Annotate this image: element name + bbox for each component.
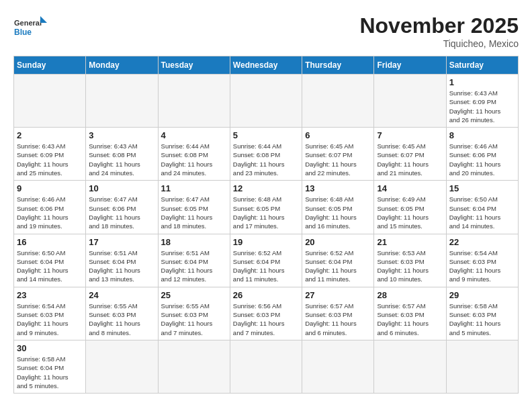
page-header: General Blue November 2025 Tiquicheo, Me…	[13, 13, 519, 49]
calendar-day-cell	[302, 75, 374, 128]
calendar-day-cell	[158, 75, 230, 128]
day-info: Sunrise: 6:48 AM Sunset: 6:05 PM Dayligh…	[233, 195, 299, 230]
day-number: 26	[233, 290, 299, 300]
weekday-header-row: SundayMondayTuesdayWednesdayThursdayFrid…	[14, 56, 519, 75]
weekday-header: Saturday	[446, 56, 518, 75]
day-number: 11	[161, 183, 227, 193]
calendar-day-cell: 26Sunrise: 6:56 AM Sunset: 6:03 PM Dayli…	[230, 287, 302, 340]
weekday-header: Wednesday	[230, 56, 302, 75]
day-number: 30	[17, 343, 83, 353]
day-number: 20	[305, 237, 371, 247]
calendar-day-cell: 24Sunrise: 6:55 AM Sunset: 6:03 PM Dayli…	[86, 287, 158, 340]
calendar-day-cell: 1Sunrise: 6:43 AM Sunset: 6:09 PM Daylig…	[446, 75, 518, 128]
day-info: Sunrise: 6:52 AM Sunset: 6:04 PM Dayligh…	[305, 248, 371, 284]
day-number: 18	[161, 237, 227, 247]
calendar-day-cell: 9Sunrise: 6:46 AM Sunset: 6:06 PM Daylig…	[14, 181, 86, 234]
calendar-day-cell: 18Sunrise: 6:51 AM Sunset: 6:04 PM Dayli…	[158, 234, 230, 287]
calendar-day-cell: 29Sunrise: 6:58 AM Sunset: 6:03 PM Dayli…	[446, 287, 518, 340]
calendar-day-cell: 3Sunrise: 6:43 AM Sunset: 6:08 PM Daylig…	[86, 128, 158, 181]
day-number: 8	[449, 130, 515, 140]
weekday-header: Monday	[86, 56, 158, 75]
calendar-day-cell: 30Sunrise: 6:58 AM Sunset: 6:04 PM Dayli…	[14, 340, 86, 393]
day-number: 13	[305, 183, 371, 193]
calendar-day-cell	[230, 340, 302, 393]
day-number: 19	[233, 237, 299, 247]
day-info: Sunrise: 6:44 AM Sunset: 6:08 PM Dayligh…	[233, 142, 299, 177]
day-number: 28	[377, 290, 443, 300]
day-info: Sunrise: 6:55 AM Sunset: 6:03 PM Dayligh…	[89, 302, 154, 337]
location-subtitle: Tiquicheo, Mexico	[359, 38, 519, 49]
calendar-day-cell	[14, 75, 86, 128]
day-number: 16	[17, 237, 83, 247]
calendar-day-cell	[86, 340, 158, 393]
calendar-day-cell	[86, 75, 158, 128]
title-block: November 2025 Tiquicheo, Mexico	[359, 13, 519, 49]
weekday-header: Friday	[374, 56, 446, 75]
day-info: Sunrise: 6:56 AM Sunset: 6:03 PM Dayligh…	[233, 302, 299, 337]
day-info: Sunrise: 6:43 AM Sunset: 6:08 PM Dayligh…	[89, 142, 154, 177]
day-info: Sunrise: 6:57 AM Sunset: 6:03 PM Dayligh…	[305, 302, 371, 337]
day-info: Sunrise: 6:46 AM Sunset: 6:06 PM Dayligh…	[449, 142, 515, 177]
calendar-day-cell: 17Sunrise: 6:51 AM Sunset: 6:04 PM Dayli…	[86, 234, 158, 287]
day-info: Sunrise: 6:47 AM Sunset: 6:05 PM Dayligh…	[161, 195, 227, 230]
calendar-day-cell: 7Sunrise: 6:45 AM Sunset: 6:07 PM Daylig…	[374, 128, 446, 181]
calendar-day-cell	[302, 340, 374, 393]
day-number: 17	[89, 237, 154, 247]
calendar-day-cell: 25Sunrise: 6:55 AM Sunset: 6:03 PM Dayli…	[158, 287, 230, 340]
day-number: 23	[17, 290, 83, 300]
day-info: Sunrise: 6:50 AM Sunset: 6:04 PM Dayligh…	[17, 248, 83, 284]
calendar-day-cell: 4Sunrise: 6:44 AM Sunset: 6:08 PM Daylig…	[158, 128, 230, 181]
weekday-header: Sunday	[14, 56, 86, 75]
svg-text:Blue: Blue	[14, 28, 32, 37]
calendar-day-cell	[158, 340, 230, 393]
weekday-header: Thursday	[302, 56, 374, 75]
day-info: Sunrise: 6:47 AM Sunset: 6:06 PM Dayligh…	[89, 195, 154, 230]
weekday-header: Tuesday	[158, 56, 230, 75]
day-info: Sunrise: 6:58 AM Sunset: 6:04 PM Dayligh…	[17, 355, 83, 390]
day-info: Sunrise: 6:53 AM Sunset: 6:03 PM Dayligh…	[377, 248, 443, 284]
calendar-day-cell: 27Sunrise: 6:57 AM Sunset: 6:03 PM Dayli…	[302, 287, 374, 340]
logo: General Blue	[13, 13, 47, 40]
day-info: Sunrise: 6:45 AM Sunset: 6:07 PM Dayligh…	[377, 142, 443, 177]
day-number: 2	[17, 130, 83, 140]
day-info: Sunrise: 6:58 AM Sunset: 6:03 PM Dayligh…	[449, 302, 515, 337]
calendar-week-row: 2Sunrise: 6:43 AM Sunset: 6:09 PM Daylig…	[14, 128, 519, 181]
day-number: 21	[377, 237, 443, 247]
day-info: Sunrise: 6:57 AM Sunset: 6:03 PM Dayligh…	[377, 302, 443, 337]
day-info: Sunrise: 6:46 AM Sunset: 6:06 PM Dayligh…	[17, 195, 83, 230]
day-info: Sunrise: 6:48 AM Sunset: 6:05 PM Dayligh…	[305, 195, 371, 230]
day-number: 4	[161, 130, 227, 140]
day-info: Sunrise: 6:54 AM Sunset: 6:03 PM Dayligh…	[449, 248, 515, 284]
calendar-day-cell: 22Sunrise: 6:54 AM Sunset: 6:03 PM Dayli…	[446, 234, 518, 287]
calendar-day-cell: 11Sunrise: 6:47 AM Sunset: 6:05 PM Dayli…	[158, 181, 230, 234]
day-number: 22	[449, 237, 515, 247]
day-number: 24	[89, 290, 154, 300]
calendar-week-row: 23Sunrise: 6:54 AM Sunset: 6:03 PM Dayli…	[14, 287, 519, 340]
day-info: Sunrise: 6:45 AM Sunset: 6:07 PM Dayligh…	[305, 142, 371, 177]
day-number: 9	[17, 183, 83, 193]
day-number: 7	[377, 130, 443, 140]
calendar-week-row: 9Sunrise: 6:46 AM Sunset: 6:06 PM Daylig…	[14, 181, 519, 234]
logo-svg: General Blue	[13, 13, 47, 40]
calendar-day-cell: 19Sunrise: 6:52 AM Sunset: 6:04 PM Dayli…	[230, 234, 302, 287]
day-number: 1	[449, 77, 515, 87]
day-info: Sunrise: 6:43 AM Sunset: 6:09 PM Dayligh…	[17, 142, 83, 177]
calendar-day-cell: 23Sunrise: 6:54 AM Sunset: 6:03 PM Dayli…	[14, 287, 86, 340]
calendar-day-cell	[374, 75, 446, 128]
calendar-day-cell	[230, 75, 302, 128]
day-info: Sunrise: 6:55 AM Sunset: 6:03 PM Dayligh…	[161, 302, 227, 337]
svg-text:General: General	[14, 19, 42, 27]
calendar-day-cell: 8Sunrise: 6:46 AM Sunset: 6:06 PM Daylig…	[446, 128, 518, 181]
day-info: Sunrise: 6:51 AM Sunset: 6:04 PM Dayligh…	[89, 248, 154, 284]
day-info: Sunrise: 6:43 AM Sunset: 6:09 PM Dayligh…	[449, 89, 515, 124]
day-number: 14	[377, 183, 443, 193]
calendar-day-cell: 12Sunrise: 6:48 AM Sunset: 6:05 PM Dayli…	[230, 181, 302, 234]
day-info: Sunrise: 6:49 AM Sunset: 6:05 PM Dayligh…	[377, 195, 443, 230]
calendar-day-cell: 16Sunrise: 6:50 AM Sunset: 6:04 PM Dayli…	[14, 234, 86, 287]
calendar-table: SundayMondayTuesdayWednesdayThursdayFrid…	[13, 56, 519, 394]
day-info: Sunrise: 6:51 AM Sunset: 6:04 PM Dayligh…	[161, 248, 227, 284]
month-year-title: November 2025	[359, 13, 519, 38]
calendar-day-cell: 10Sunrise: 6:47 AM Sunset: 6:06 PM Dayli…	[86, 181, 158, 234]
day-number: 15	[449, 183, 515, 193]
calendar-day-cell: 2Sunrise: 6:43 AM Sunset: 6:09 PM Daylig…	[14, 128, 86, 181]
